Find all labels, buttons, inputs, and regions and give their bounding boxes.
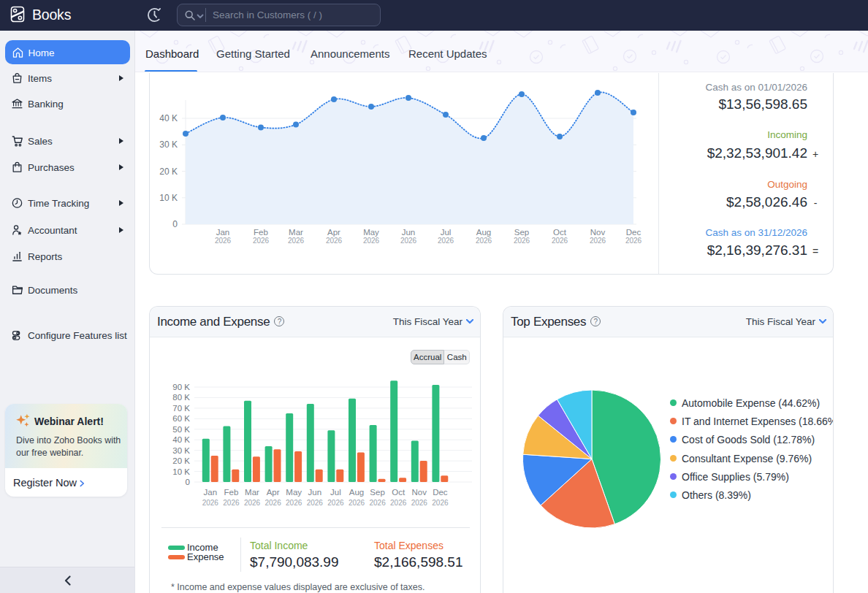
svg-text:Mar: Mar [245,488,259,497]
svg-text:Sep: Sep [514,228,529,237]
svg-text:10 K: 10 K [159,193,178,203]
svg-text:Mar: Mar [289,228,303,237]
svg-text:Nov: Nov [590,228,606,237]
svg-text:Jun: Jun [308,488,322,497]
svg-text:Jul: Jul [441,228,452,237]
svg-text:2026: 2026 [244,499,261,507]
svg-text:2026: 2026 [286,499,302,507]
svg-text:40 K: 40 K [159,113,178,123]
svg-text:0: 0 [172,219,178,229]
svg-text:2026: 2026 [369,499,386,507]
svg-text:20 K: 20 K [172,456,190,465]
svg-text:70 K: 70 K [172,404,190,413]
svg-text:2026: 2026 [514,237,530,245]
svg-text:Aug: Aug [349,488,364,497]
svg-text:Aug: Aug [476,228,491,237]
svg-text:May: May [363,228,379,237]
svg-text:2026: 2026 [438,237,454,245]
svg-text:2026: 2026 [288,237,305,245]
svg-text:Dec: Dec [433,488,448,497]
svg-text:2026: 2026 [264,499,281,507]
svg-text:2026: 2026 [552,237,568,245]
svg-text:Feb: Feb [254,228,268,237]
svg-text:Jan: Jan [204,488,218,497]
svg-text:2026: 2026 [202,499,219,507]
svg-text:2026: 2026 [253,237,270,245]
svg-text:2026: 2026 [215,237,232,245]
svg-text:20 K: 20 K [159,167,178,177]
svg-text:2026: 2026 [432,499,449,507]
svg-text:Jul: Jul [330,488,341,497]
svg-text:30 K: 30 K [172,446,190,455]
svg-text:30 K: 30 K [159,139,178,150]
svg-text:10 K: 10 K [172,467,190,476]
svg-text:40 K: 40 K [172,435,190,444]
svg-text:2026: 2026 [223,499,240,507]
svg-text:2026: 2026 [400,237,417,245]
svg-text:2026: 2026 [363,237,380,245]
svg-text:Sep: Sep [370,488,384,497]
svg-text:2026: 2026 [326,237,343,245]
svg-text:60 K: 60 K [172,414,190,423]
svg-text:Oct: Oct [553,228,567,237]
svg-text:2026: 2026 [390,499,407,507]
svg-text:Feb: Feb [224,488,238,497]
svg-text:Oct: Oct [392,488,406,497]
svg-text:2026: 2026 [307,499,324,507]
svg-text:2026: 2026 [349,499,365,507]
svg-text:2026: 2026 [476,237,492,245]
svg-text:2026: 2026 [327,499,344,507]
svg-text:Jun: Jun [402,228,416,237]
svg-text:50 K: 50 K [172,425,190,434]
svg-text:Apr: Apr [267,488,280,497]
svg-text:Apr: Apr [327,228,340,237]
svg-text:80 K: 80 K [172,393,190,402]
svg-text:0: 0 [186,478,190,486]
svg-text:90 K: 90 K [172,383,190,391]
svg-text:2026: 2026 [411,499,428,507]
svg-text:Nov: Nov [412,488,427,497]
svg-text:Jan: Jan [216,228,230,237]
svg-text:May: May [286,488,302,497]
